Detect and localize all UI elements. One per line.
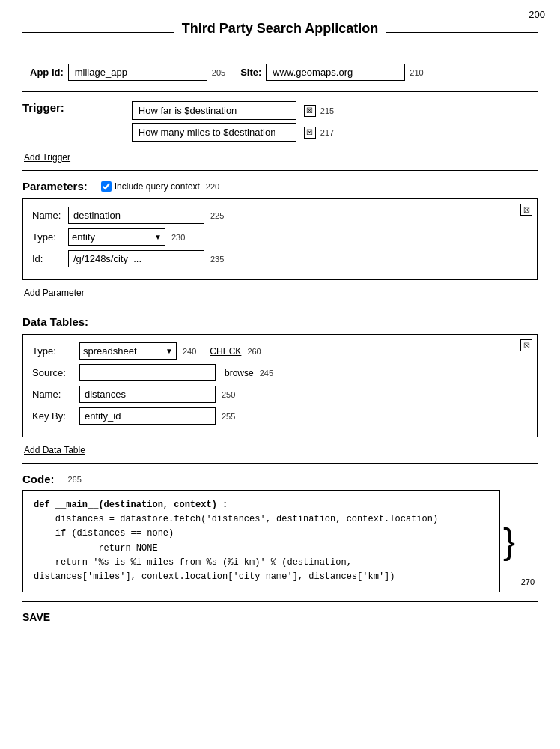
- code-line-6: distances['miles'], context.location['ci…: [34, 570, 489, 584]
- data-tables-section: Data Tables: ☒ Type: spreadsheet ▼ 240 C…: [22, 315, 538, 455]
- param-type-row: Type: entity ▼ 230: [32, 228, 528, 246]
- code-section: Code: 265 def __main__(destination, cont…: [22, 473, 538, 592]
- dt-check-link[interactable]: CHECK: [210, 346, 241, 357]
- page-title: Third Party Search Application: [182, 21, 378, 37]
- include-query-context-label: Include query context: [115, 181, 200, 192]
- param-type-arrow: ▼: [154, 233, 162, 241]
- param-box: ☒ Name: 225 Type: entity ▼ 230 Id: 235: [22, 198, 538, 280]
- param-id-row: Id: 235: [32, 250, 528, 267]
- save-section: SAVE: [22, 611, 538, 623]
- dt-name-row: Name: 250: [32, 386, 528, 403]
- site-ref: 210: [410, 68, 423, 77]
- dt-keyby-input[interactable]: [79, 407, 216, 425]
- add-parameter-link[interactable]: Add Parameter: [24, 288, 85, 298]
- data-table-box: ☒ Type: spreadsheet ▼ 240 CHECK 260 Sour…: [22, 334, 538, 437]
- app-id-group: App Id: 205: [30, 64, 225, 81]
- param-close[interactable]: ☒: [520, 204, 532, 216]
- params-ref: 220: [206, 182, 219, 191]
- code-line-1: def __main__(destination, context) :: [34, 498, 489, 512]
- code-line-2: distances = datastore.fetch('distances',…: [34, 512, 489, 527]
- site-group: Site: 210: [240, 64, 424, 81]
- trigger-close-2[interactable]: ☒: [304, 127, 316, 139]
- dt-type-ref: 240: [183, 347, 196, 356]
- code-label: Code:: [22, 473, 55, 485]
- code-ref: 265: [68, 475, 82, 484]
- trigger-ref-1: 215: [320, 106, 334, 115]
- sep-4: [22, 463, 538, 464]
- code-box[interactable]: def __main__(destination, context) : dis…: [22, 490, 500, 592]
- sep-3: [22, 306, 538, 306]
- dt-source-ref: 245: [260, 369, 273, 377]
- dt-browse-link[interactable]: browse: [225, 368, 254, 378]
- trigger-input-wrap-2: [132, 123, 296, 142]
- code-brace: }: [503, 524, 515, 560]
- params-label: Parameters:: [22, 180, 88, 192]
- trigger-label: Trigger:: [22, 101, 64, 114]
- param-name-input[interactable]: [68, 207, 204, 224]
- code-line-3: if (distances == none): [34, 527, 489, 541]
- code-line-4: return NONE: [34, 542, 489, 556]
- page: 200 Third Party Search Application App I…: [0, 0, 560, 749]
- trigger-item-2: ☒ 217: [132, 123, 334, 142]
- dt-type-label: Type:: [32, 345, 73, 357]
- param-type-value: entity: [72, 231, 95, 243]
- param-id-input[interactable]: [68, 250, 204, 267]
- page-number: 200: [529, 9, 545, 20]
- save-button[interactable]: SAVE: [22, 611, 50, 623]
- site-label: Site:: [240, 67, 261, 78]
- dt-name-input[interactable]: [79, 386, 216, 403]
- code-line-5: return '%s is %i miles from %s (%i km)' …: [34, 556, 489, 570]
- param-id-label: Id:: [32, 253, 62, 264]
- title-row: Third Party Search Application: [22, 15, 538, 50]
- trigger-input-1[interactable]: [132, 101, 296, 120]
- title-line-left: [22, 32, 174, 33]
- trigger-input-wrap-1: [132, 101, 296, 120]
- add-data-table-link[interactable]: Add Data Table: [24, 445, 85, 455]
- dt-keyby-ref: 255: [222, 412, 235, 421]
- dt-keyby-row: Key By: 255: [32, 407, 528, 425]
- include-query-context-wrap: Include query context: [101, 181, 200, 192]
- sep-1: [22, 91, 538, 92]
- param-type-ref: 230: [171, 233, 185, 242]
- dt-close[interactable]: ☒: [520, 339, 532, 351]
- title-line-right: [386, 32, 538, 33]
- trigger-close-1[interactable]: ☒: [304, 105, 316, 117]
- data-tables-label: Data Tables:: [22, 315, 88, 328]
- dt-source-input[interactable]: [79, 364, 216, 381]
- app-site-row: App Id: 205 Site: 210: [30, 64, 538, 81]
- trigger-ref-2: 217: [320, 128, 334, 137]
- app-id-ref: 205: [212, 68, 225, 77]
- code-brace-ref: 270: [521, 577, 535, 586]
- param-name-ref: 225: [210, 211, 224, 220]
- parameters-section: Parameters: Include query context 220 ☒ …: [22, 180, 538, 298]
- trigger-block: ☒ 215 ☒ 217: [132, 101, 334, 145]
- dt-type-select[interactable]: spreadsheet ▼: [79, 342, 177, 360]
- dt-type-arrow: ▼: [165, 347, 173, 355]
- app-id-input[interactable]: [68, 64, 207, 81]
- param-type-label: Type:: [32, 231, 62, 243]
- sep-2: [22, 170, 538, 171]
- params-header: Parameters: Include query context 220: [22, 180, 538, 192]
- app-id-label: App Id:: [30, 67, 64, 78]
- trigger-item-1: ☒ 215: [132, 101, 334, 120]
- sep-5: [22, 601, 538, 602]
- site-input[interactable]: [266, 64, 405, 81]
- add-trigger-link[interactable]: Add Trigger: [24, 152, 70, 163]
- dt-type-value: spreadsheet: [83, 345, 137, 357]
- dt-source-row: Source: browse 245: [32, 364, 528, 381]
- dt-name-label: Name:: [32, 389, 73, 400]
- param-id-ref: 235: [210, 255, 224, 264]
- dt-source-label: Source:: [32, 367, 73, 378]
- trigger-section: Trigger: ☒ 215 ☒ 217: [22, 101, 538, 163]
- param-type-select[interactable]: entity ▼: [68, 228, 165, 246]
- param-name-label: Name:: [32, 210, 62, 221]
- dt-name-ref: 250: [222, 390, 235, 399]
- include-query-context-checkbox[interactable]: [101, 181, 112, 192]
- trigger-input-2[interactable]: [132, 123, 296, 142]
- dt-keyby-label: Key By:: [32, 410, 73, 422]
- dt-type-row: Type: spreadsheet ▼ 240 CHECK 260: [32, 342, 528, 360]
- dt-check-ref: 260: [247, 347, 261, 356]
- param-name-row: Name: 225: [32, 207, 528, 224]
